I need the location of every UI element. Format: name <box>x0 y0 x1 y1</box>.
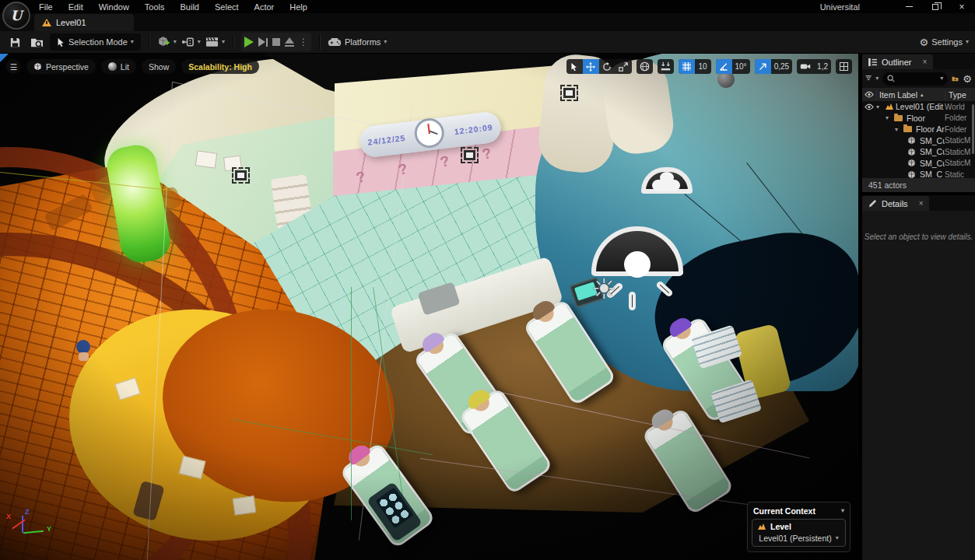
scale-tool-button[interactable] <box>616 59 632 74</box>
rotation-snap-value[interactable]: 10° <box>732 59 750 74</box>
close-icon[interactable]: × <box>923 58 928 66</box>
menu-tools[interactable]: Tools <box>145 2 165 12</box>
surface-snap-toggle[interactable] <box>658 59 674 74</box>
menu-select[interactable]: Select <box>215 2 239 12</box>
chevron-down-icon: ▾ <box>198 39 201 45</box>
axis-z-label: Z <box>25 508 30 516</box>
outliner-tree: ▾Level01 (Edit World ▾Floor Folder ▾Floo… <box>862 101 975 178</box>
browse-content-button[interactable] <box>28 33 45 51</box>
menu-build[interactable]: Build <box>181 2 199 12</box>
tab-outliner[interactable]: Outliner × <box>862 54 933 69</box>
rotation-snap-group: 10° <box>716 59 750 74</box>
viewport-layout-button[interactable] <box>836 59 852 74</box>
rotation-snap-toggle[interactable] <box>716 59 732 74</box>
outliner-search[interactable]: ▾ <box>882 72 948 86</box>
outliner-settings-gear-icon[interactable]: ⚙ <box>963 73 972 85</box>
skip-frame-button[interactable] <box>258 37 268 47</box>
play-button[interactable] <box>244 37 254 47</box>
chevron-down-icon[interactable]: ▾ <box>940 75 943 82</box>
menu-help[interactable]: Help <box>289 2 307 12</box>
chevron-down-icon: ▾ <box>174 39 177 45</box>
minimize-button[interactable] <box>896 1 922 12</box>
chevron-down-icon: ▾ <box>384 39 387 45</box>
grid-snap-group: 10 <box>679 59 711 74</box>
type-column-header[interactable]: Type <box>945 90 975 100</box>
play-options-kebab[interactable]: ⋮ <box>299 37 308 47</box>
eye-icon <box>865 91 874 98</box>
cinematics-button[interactable]: ▾ <box>205 33 225 51</box>
expander-icon[interactable]: ▾ <box>876 103 883 110</box>
outliner-row-folder[interactable]: ▾Floor Folder <box>862 113 975 124</box>
current-context-panel: Current Context ▾ Level Level01 (Persist… <box>747 502 850 552</box>
outliner-row-staticmesh[interactable]: SM_Cu StaticM <box>862 146 975 158</box>
stop-button[interactable] <box>272 38 280 46</box>
world-space-toggle[interactable] <box>637 59 653 74</box>
rotate-tool-button[interactable] <box>599 59 616 74</box>
chevron-down-icon[interactable]: ▾ <box>875 75 879 82</box>
level-viewport[interactable]: ? ? ? ? <box>0 54 858 560</box>
tab-details[interactable]: Details × <box>862 196 929 211</box>
outliner-scrollbar[interactable] <box>972 104 974 154</box>
grid-snap-toggle[interactable] <box>679 59 695 74</box>
visibility-column-header[interactable] <box>862 91 876 98</box>
outliner-tab-row: Outliner × <box>862 54 975 69</box>
scale-snap-toggle[interactable] <box>755 59 771 74</box>
scalability-warning-button[interactable]: Scalability: High <box>181 59 259 74</box>
outliner-row-level01[interactable]: ▾Level01 (Edit World <box>862 101 975 113</box>
close-icon[interactable]: × <box>919 199 924 208</box>
outliner-row-staticmesh[interactable]: SM_Cu StaticM <box>862 135 975 147</box>
expander-icon[interactable]: ▾ <box>886 114 893 121</box>
scale-snap-value[interactable]: 0,25 <box>771 59 792 74</box>
grid-icon <box>682 62 691 71</box>
lit-mode-dropdown[interactable]: Lit <box>101 59 136 74</box>
folder-icon <box>903 126 912 132</box>
select-arrow-icon <box>570 62 578 72</box>
level-icon <box>757 523 766 530</box>
menu-edit[interactable]: Edit <box>68 2 83 12</box>
tab-level01[interactable]: Level01 <box>34 14 134 31</box>
right-panel-column: Outliner × ▾ ▾ ⚙ Item Label▴ Type ▾Level… <box>858 54 975 560</box>
new-folder-icon[interactable] <box>952 74 959 83</box>
save-button[interactable] <box>6 33 23 51</box>
search-input[interactable] <box>898 75 937 83</box>
move-tool-button[interactable] <box>583 59 599 74</box>
chevron-down-icon: ▾ <box>841 508 844 514</box>
filter-icon[interactable] <box>865 74 872 83</box>
menu-file[interactable]: File <box>39 2 53 12</box>
add-actor-button[interactable]: ▾ <box>157 33 177 51</box>
viewport-options-button[interactable]: ☰ <box>6 59 21 74</box>
scene-shape <box>233 495 257 516</box>
camera-speed-button[interactable] <box>797 59 814 74</box>
eject-button[interactable] <box>285 37 294 47</box>
blueprints-button[interactable]: ▾ <box>181 33 201 51</box>
item-label-column-header[interactable]: Item Label▴ <box>876 90 945 100</box>
menu-window[interactable]: Window <box>99 2 129 12</box>
perspective-dropdown[interactable]: Perspective <box>26 59 96 74</box>
level-selector[interactable]: Level01 (Persistent) ▾ <box>757 534 840 543</box>
close-button[interactable]: × <box>949 1 975 12</box>
outliner-list-icon <box>868 58 877 66</box>
platforms-dropdown[interactable]: Platforms ▾ <box>328 33 387 51</box>
static-mesh-icon <box>907 159 916 167</box>
selection-mode-dropdown[interactable]: Selection Mode ▾ <box>50 33 141 51</box>
restore-button[interactable] <box>922 1 949 12</box>
camera-speed-value[interactable]: 1,2 <box>814 59 831 74</box>
expander-icon[interactable]: ▾ <box>895 126 902 133</box>
surface-snap-group <box>658 59 674 74</box>
eye-icon[interactable] <box>865 103 874 110</box>
outliner-row-staticmesh[interactable]: SM_C Static <box>862 169 975 178</box>
select-tool-button[interactable] <box>566 59 583 74</box>
current-context-header[interactable]: Current Context ▾ <box>752 506 846 519</box>
menu-actor[interactable]: Actor <box>254 2 275 12</box>
viewport-toolbar-right: 10 10° 0,25 1,2 <box>566 59 853 74</box>
grid-snap-value[interactable]: 10 <box>695 59 711 74</box>
outliner-row-folder[interactable]: ▾Floor Arr Folder <box>862 124 975 135</box>
show-dropdown[interactable]: Show <box>142 59 176 74</box>
settings-dropdown[interactable]: ⚙ Settings ▾ <box>920 33 969 51</box>
angle-icon <box>719 62 728 71</box>
unreal-logo-icon[interactable]: U <box>2 2 30 30</box>
outliner-row-staticmesh[interactable]: SM_Cu StaticM <box>862 158 975 170</box>
menu-bar: File Edit Window Tools Build Select Acto… <box>0 2 307 12</box>
unsaved-warning-icon <box>42 19 51 26</box>
chevron-down-icon: ▾ <box>966 39 969 45</box>
